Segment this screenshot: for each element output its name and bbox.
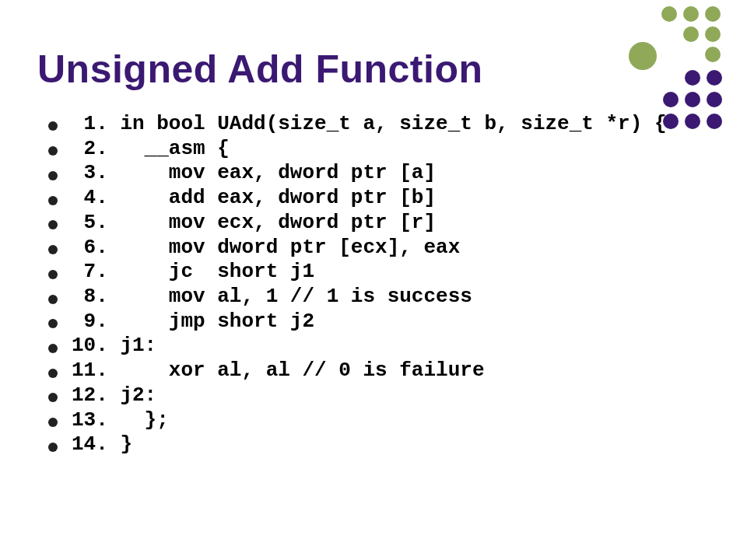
- code-line: 6. mov dword ptr [ecx], eax: [37, 236, 710, 261]
- code-line: 14. }: [37, 432, 710, 457]
- code-line: 2. __asm {: [37, 137, 710, 162]
- dot-decor: [683, 26, 699, 42]
- dot-decor: [685, 70, 700, 86]
- slide-title: Unsigned Add Function: [37, 47, 710, 92]
- dot-decor: [705, 6, 721, 22]
- dot-decor: [661, 6, 677, 22]
- code-line: 13. };: [37, 408, 710, 433]
- code-line: 1. in bool UAdd(size_t a, size_t b, size…: [37, 112, 710, 137]
- dot-decor: [705, 26, 721, 42]
- code-line: 8. mov al, 1 // 1 is success: [37, 285, 710, 310]
- code-line: 5. mov ecx, dword ptr [r]: [37, 211, 710, 236]
- code-line: 11. xor al, al // 0 is failure: [37, 359, 710, 383]
- code-list: 1. in bool UAdd(size_t a, size_t b, size…: [37, 112, 710, 457]
- dot-decor: [685, 92, 700, 107]
- dot-decor-large: [629, 42, 657, 70]
- code-line: 9. jmp short j2: [37, 310, 710, 334]
- dot-decor: [663, 92, 679, 107]
- dot-decor: [705, 47, 721, 62]
- corner-decoration: [615, 3, 739, 128]
- dot-decor: [683, 6, 699, 22]
- code-line: 4. add eax, dword ptr [b]: [37, 186, 710, 211]
- dot-decor: [707, 70, 722, 86]
- code-line: 10. j1:: [37, 334, 710, 359]
- slide: Unsigned Add Function 1. in bool UAdd(si…: [0, 0, 747, 560]
- code-line: 12. j2:: [37, 383, 710, 408]
- code-line: 3. mov eax, dword ptr [a]: [37, 161, 710, 186]
- dot-decor: [707, 92, 722, 107]
- code-line: 7. jc short j1: [37, 260, 710, 285]
